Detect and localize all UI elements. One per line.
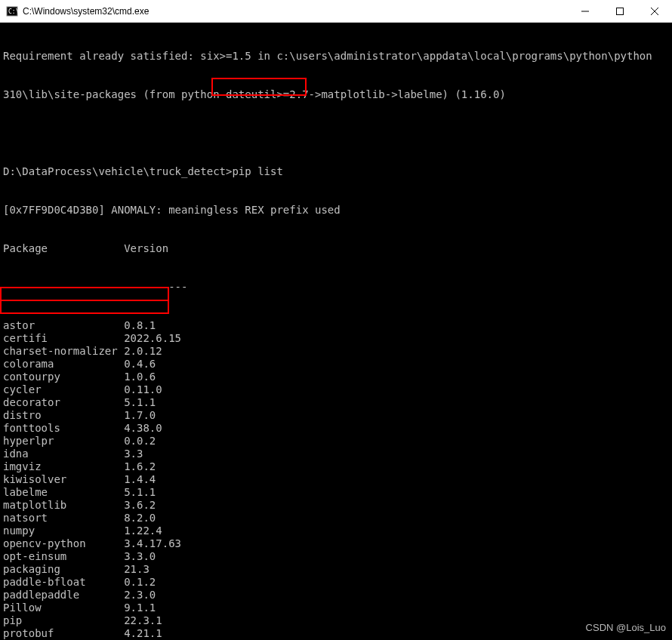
package-row: certifi 2022.6.15: [3, 332, 669, 345]
highlight-labelme: [0, 300, 169, 314]
minimize-button[interactable]: [568, 0, 603, 23]
watermark: CSDN @Lois_Luo: [586, 621, 666, 634]
close-button[interactable]: [637, 0, 672, 23]
package-row: distro 1.7.0: [3, 409, 669, 422]
package-row: matplotlib 3.6.2: [3, 499, 669, 512]
package-row: contourpy 1.0.6: [3, 371, 669, 383]
window-controls: [568, 0, 672, 23]
header-sep: ------------------ ----------: [3, 281, 669, 294]
package-row: cycler 0.11.0: [3, 383, 669, 396]
package-row: idna 3.3: [3, 448, 669, 460]
prompt-command: pip list: [232, 165, 282, 177]
package-row: opencv-python 3.4.17.63: [3, 537, 669, 550]
package-row: labelme 5.1.1: [3, 486, 669, 499]
prompt-path: D:\DataProcess\vehicle\truck_detect>: [3, 165, 232, 177]
package-list: astor 0.8.1certifi 2022.6.15charset-norm…: [3, 319, 669, 640]
cmd-window: C:\ C:\Windows\system32\cmd.exe Requirem…: [0, 0, 672, 640]
package-row: paddle-bfloat 0.1.2: [3, 576, 669, 589]
package-row: kiwisolver 1.4.4: [3, 473, 669, 486]
cmd-icon: C:\: [6, 5, 18, 17]
anomaly-line: [0x7FF9D0C4D3B0] ANOMALY: meaningless RE…: [3, 204, 669, 217]
package-row: astor 0.8.1: [3, 319, 669, 332]
prompt-line: D:\DataProcess\vehicle\truck_detect>pip …: [3, 165, 669, 178]
package-row: fonttools 4.38.0: [3, 422, 669, 435]
package-row: protobuf 4.21.1: [3, 627, 669, 640]
header-package: Package: [3, 242, 124, 254]
svg-rect-3: [617, 8, 624, 14]
titlebar: C:\ C:\Windows\system32\cmd.exe: [0, 0, 672, 23]
package-row: imgviz 1.6.2: [3, 460, 669, 473]
terminal-area[interactable]: Requirement already satisfied: six>=1.5 …: [0, 23, 672, 640]
package-row: paddlepaddle 2.3.0: [3, 589, 669, 602]
package-row: decorator 5.1.1: [3, 396, 669, 409]
package-row: numpy 1.22.4: [3, 525, 669, 537]
output-line: 310\lib\site-packages (from python-dateu…: [3, 88, 669, 101]
package-row: natsort 8.2.0: [3, 512, 669, 525]
pkg-header: Package Version: [3, 242, 669, 255]
output-line: Requirement already satisfied: six>=1.5 …: [3, 50, 669, 63]
package-row: opt-einsum 3.3.0: [3, 550, 669, 563]
svg-text:C:\: C:\: [8, 8, 18, 15]
blank-line: [3, 127, 669, 140]
maximize-button[interactable]: [603, 0, 637, 23]
package-row: packaging 21.3: [3, 563, 669, 576]
package-row: colorama 0.4.6: [3, 358, 669, 371]
package-row: charset-normalizer 2.0.12: [3, 345, 669, 358]
package-row: pip 22.3.1: [3, 614, 669, 627]
header-version: Version: [124, 242, 168, 254]
window-title: C:\Windows\system32\cmd.exe: [23, 6, 149, 17]
package-row: hyperlpr 0.0.2: [3, 435, 669, 448]
package-row: Pillow 9.1.1: [3, 602, 669, 614]
